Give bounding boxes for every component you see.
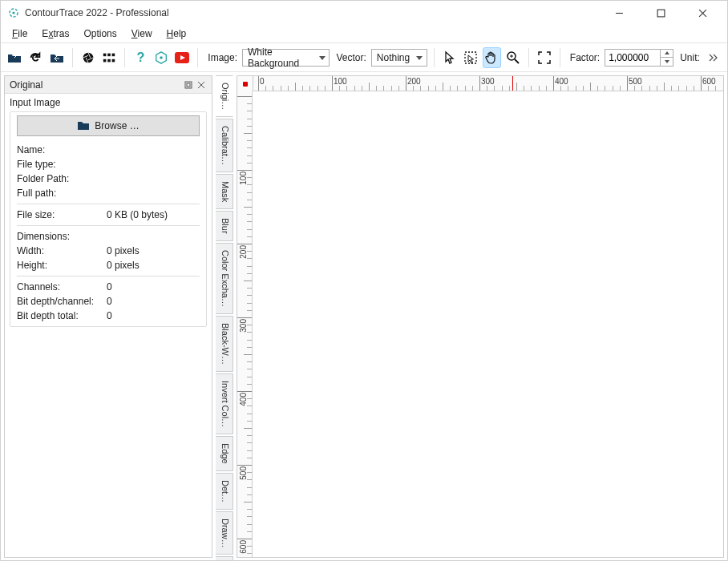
- tab-blur[interactable]: Blur: [216, 211, 233, 241]
- svg-rect-7: [103, 53, 107, 56]
- maximize-button[interactable]: [647, 4, 674, 22]
- browse-button[interactable]: Browse …: [17, 115, 200, 136]
- menu-view[interactable]: View: [125, 26, 159, 41]
- vertical-tab-strip: Origi… Calibrat… Mask Blur Color Excha… …: [216, 75, 233, 558]
- toolbar-separator: [72, 48, 73, 67]
- ruler-horizontal[interactable]: 0100200300400500600700: [253, 75, 724, 91]
- svg-line-19: [515, 59, 519, 63]
- help-icon[interactable]: ?: [131, 47, 149, 68]
- menu-bar: File Extras Options View Help: [1, 25, 727, 42]
- vector-select-value: Nothing: [377, 52, 410, 63]
- tab-original[interactable]: Origi…: [216, 75, 233, 117]
- aperture-icon[interactable]: [79, 47, 97, 68]
- tab-black-white[interactable]: Black-W…: [216, 316, 233, 372]
- info-row: Folder Path:: [17, 172, 200, 186]
- svg-rect-12: [111, 59, 115, 62]
- menu-extras[interactable]: Extras: [35, 26, 75, 41]
- image-label: Image:: [208, 52, 237, 63]
- caret-down-icon: [416, 52, 423, 63]
- tab-detail[interactable]: Det…: [216, 473, 233, 510]
- info-row: Dimensions:: [17, 229, 200, 244]
- minimize-button[interactable]: [605, 4, 633, 22]
- fit-screen-icon[interactable]: [536, 47, 553, 68]
- spin-up-icon[interactable]: [660, 50, 673, 58]
- menu-help[interactable]: Help: [160, 26, 193, 41]
- close-panel-icon[interactable]: [196, 79, 207, 91]
- svg-rect-10: [103, 59, 107, 62]
- toolbar-overflow-icon[interactable]: [705, 54, 722, 62]
- browse-button-label: Browse …: [95, 120, 139, 131]
- tab-draw[interactable]: Draw…: [216, 511, 233, 555]
- svg-rect-3: [657, 10, 665, 17]
- caret-down-icon: [319, 52, 326, 63]
- info-row: Height:0 pixels: [17, 258, 200, 272]
- svg-rect-11: [107, 59, 111, 62]
- info-row: Channels:0: [17, 280, 200, 294]
- divider: [17, 276, 200, 276]
- grid-icon[interactable]: [100, 47, 118, 68]
- tab-mask[interactable]: Mask: [216, 174, 233, 209]
- unit-label: Unit:: [680, 52, 700, 63]
- vector-select[interactable]: Nothing: [371, 49, 427, 67]
- svg-point-6: [83, 52, 93, 63]
- svg-rect-22: [185, 82, 192, 88]
- vector-label: Vector:: [336, 52, 366, 63]
- menu-options[interactable]: Options: [77, 26, 123, 41]
- ruler-vertical[interactable]: 100200300400500600: [237, 91, 253, 558]
- image-select[interactable]: White Background: [242, 49, 330, 67]
- image-select-value: White Background: [248, 46, 313, 69]
- detach-icon[interactable]: [183, 79, 194, 91]
- factor-label: Factor:: [570, 52, 600, 63]
- divider: [17, 204, 200, 204]
- title-bar: ContourTrace 2022 - Professional: [1, 1, 727, 25]
- factor-spinner[interactable]: [605, 49, 673, 67]
- toolbar-separator: [560, 48, 560, 67]
- zoom-icon[interactable]: [504, 47, 522, 68]
- tab-color-exchange[interactable]: Color Excha…: [216, 243, 233, 314]
- close-button[interactable]: [689, 4, 716, 22]
- save-icon[interactable]: [47, 47, 65, 68]
- info-row: File size:0 KB (0 bytes): [17, 208, 200, 222]
- panel-title: Original: [10, 79, 181, 91]
- toolbar: ? Image: White Background Vector: Nothin…: [1, 43, 727, 72]
- pointer-icon[interactable]: [441, 47, 459, 68]
- refresh-icon[interactable]: [26, 47, 44, 68]
- toolbar-separator: [197, 48, 198, 67]
- side-panel-original: Original Input Image Browse … Name: File…: [4, 75, 212, 558]
- canvas-area: 0100200300400500600700 10020030040050060…: [237, 75, 724, 558]
- origin-marker-icon: [243, 82, 248, 87]
- svg-rect-23: [187, 83, 190, 87]
- info-row: Bit depth/channel:0: [17, 294, 200, 309]
- toolbar-separator: [528, 48, 529, 67]
- tab-calibration[interactable]: Calibrat…: [216, 119, 233, 172]
- info-row: Width:0 pixels: [17, 244, 200, 258]
- factor-input[interactable]: [605, 52, 660, 63]
- app-icon: [7, 6, 20, 19]
- spin-down-icon[interactable]: [660, 58, 673, 66]
- marquee-icon[interactable]: [462, 47, 479, 68]
- tab-invert-colors[interactable]: Invert Col…: [216, 373, 233, 434]
- info-row: Full path:: [17, 186, 200, 200]
- panel-subtitle: Input Image: [5, 94, 212, 111]
- target-icon[interactable]: [152, 47, 170, 68]
- folder-icon: [77, 119, 90, 133]
- info-row: Bit depth total:0: [17, 309, 200, 323]
- panel-title-bar: Original: [5, 76, 212, 94]
- open-icon[interactable]: [6, 47, 23, 68]
- svg-rect-9: [111, 53, 115, 56]
- youtube-icon[interactable]: [173, 47, 191, 68]
- tab-export[interactable]: Exp…: [216, 556, 233, 561]
- toolbar-separator: [124, 48, 125, 67]
- svg-point-1: [12, 11, 14, 14]
- toolbar-separator: [434, 48, 435, 67]
- divider: [17, 225, 200, 226]
- info-row: Name:: [17, 143, 200, 157]
- pan-icon[interactable]: [483, 47, 501, 68]
- tab-edge[interactable]: Edge: [216, 436, 233, 471]
- ruler-origin[interactable]: [237, 75, 253, 91]
- menu-file[interactable]: File: [6, 26, 34, 41]
- info-row: File type:: [17, 157, 200, 172]
- svg-rect-8: [107, 53, 111, 56]
- window-title: ContourTrace 2022 - Professional: [25, 7, 605, 18]
- canvas[interactable]: [253, 91, 724, 558]
